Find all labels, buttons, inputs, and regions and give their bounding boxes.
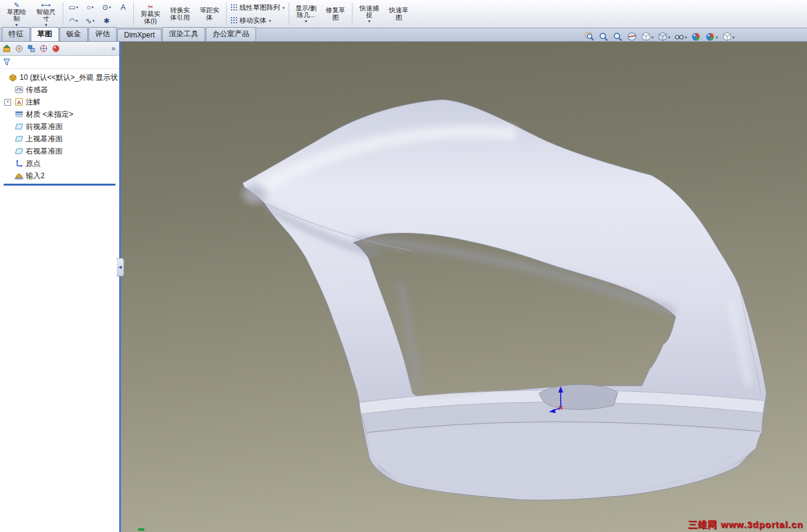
tab-features[interactable]: 特征 bbox=[2, 27, 30, 41]
rapid-sketch-label: 快速草 图 bbox=[389, 7, 409, 21]
linear-pattern-button[interactable]: 线性草图阵列 ▾ bbox=[228, 2, 287, 14]
tab-sketch[interactable]: 草图 bbox=[31, 27, 59, 41]
text-tool-button[interactable]: A bbox=[115, 1, 131, 14]
tree-item-right-plane[interactable]: 右视基准面 bbox=[0, 145, 119, 157]
featuremanager-panel: » 10 (默认<<默认>_外观 显示状 传感器 + A 注解 材质 <未指定>… bbox=[0, 42, 121, 532]
sketch-button[interactable]: ✎ 草图绘 制 ▼ bbox=[2, 1, 31, 27]
rollback-bar[interactable] bbox=[4, 184, 115, 186]
toolbar-separator bbox=[63, 2, 63, 25]
panel-overflow-chevron[interactable]: » bbox=[111, 44, 117, 53]
tree-item-front-plane[interactable]: 前视基准面 bbox=[0, 120, 119, 133]
annotations-icon: A bbox=[15, 98, 23, 106]
empty-cell bbox=[115, 14, 131, 28]
graphics-viewport[interactable]: 三维网 www.3dportal.cn bbox=[121, 42, 807, 532]
toolbar-separator bbox=[133, 2, 134, 25]
dimension-icon: ⟷ bbox=[41, 1, 51, 9]
chevron-down-icon: ▾ bbox=[685, 36, 687, 39]
view-orientation-icon bbox=[641, 32, 651, 42]
toolbar-separator bbox=[289, 2, 289, 25]
view-settings-button[interactable]: ▾ bbox=[722, 32, 735, 42]
zoom-area-icon bbox=[599, 32, 609, 42]
configurationmanager-tab-icon[interactable] bbox=[27, 44, 36, 53]
displaymanager-tab-icon[interactable] bbox=[52, 44, 60, 53]
tree-root-part[interactable]: 10 (默认<<默认>_外观 显示状 bbox=[0, 71, 119, 84]
hide-show-items-button[interactable]: ▾ bbox=[674, 32, 687, 42]
filter-funnel-icon[interactable] bbox=[2, 58, 11, 66]
manager-tab-strip: » bbox=[0, 42, 119, 56]
move-entities-icon bbox=[231, 17, 232, 18]
previous-view-button[interactable] bbox=[613, 32, 623, 42]
hide-show-items-icon bbox=[674, 32, 684, 42]
rectangle-tool-icon: ▭ bbox=[69, 3, 76, 12]
sensors-icon bbox=[15, 85, 23, 94]
centerpoint-circle-tool-button[interactable]: ⊙▾ bbox=[98, 1, 115, 14]
sketch-button-label: 草图绘 制 bbox=[7, 9, 26, 23]
quick-snaps-button[interactable]: 快速捕 捉 ▼ bbox=[354, 1, 384, 27]
trim-entities-button[interactable]: ✂ 剪裁实 体(I) bbox=[136, 1, 165, 27]
convert-entities-button[interactable]: 转换实 体引用 bbox=[165, 1, 195, 27]
apply-scene-button[interactable]: ▾ bbox=[705, 32, 717, 42]
linear-pattern-label: 线性草图阵列 bbox=[240, 3, 280, 12]
section-view-button[interactable] bbox=[627, 32, 637, 42]
display-delete-relations-label: 显示/删 除几... bbox=[295, 5, 316, 19]
tree-item-label: 原点 bbox=[26, 158, 41, 169]
tab-render-tools[interactable]: 渲染工具 bbox=[162, 27, 205, 41]
tree-item-imported2[interactable]: 输入2 bbox=[0, 170, 119, 182]
tree-item-top-plane[interactable]: 上视基准面 bbox=[0, 133, 119, 145]
view-settings-icon bbox=[722, 32, 732, 42]
tree-item-sensors[interactable]: 传感器 bbox=[0, 84, 119, 96]
rapid-sketch-button[interactable]: 快速草 图 bbox=[384, 1, 413, 27]
offset-entities-label: 等距实 体 bbox=[200, 7, 219, 21]
chevron-down-icon: ▼ bbox=[15, 23, 18, 27]
tab-dimxpert[interactable]: DimXpert bbox=[117, 29, 162, 41]
propertymanager-tab-icon[interactable] bbox=[15, 44, 23, 53]
arc-tool-button[interactable]: ◠▾ bbox=[65, 14, 82, 28]
point-tool-button[interactable]: ✱ bbox=[98, 14, 115, 28]
sketch-toolbar: ✎ 草图绘 制 ▼ ⟷ 智能尺 寸 ▼ ▭▾ ○▾ ⊙▾ A ◠▾ ∿▾ ✱ ✂… bbox=[0, 0, 807, 28]
watermark-text: 三维网 www.3dportal.cn bbox=[688, 519, 803, 531]
tree-item-annotations[interactable]: + A 注解 bbox=[0, 96, 119, 108]
expand-plus-icon[interactable]: + bbox=[4, 99, 11, 106]
circle-tool-icon: ○ bbox=[87, 3, 91, 12]
tab-sheet-metal[interactable]: 钣金 bbox=[60, 27, 88, 41]
repair-sketch-label: 修复草 图 bbox=[326, 7, 346, 21]
view-orientation-button[interactable]: ▾ bbox=[641, 32, 653, 42]
offset-entities-button[interactable]: 等距实 体 bbox=[195, 1, 224, 27]
zoom-area-button[interactable] bbox=[599, 32, 609, 42]
plane-icon bbox=[15, 135, 23, 143]
chevron-down-icon: ▼ bbox=[44, 23, 48, 27]
material-icon bbox=[15, 110, 23, 119]
tab-evaluate[interactable]: 评估 bbox=[88, 27, 117, 41]
featuremanager-tab-icon[interactable] bbox=[2, 44, 11, 53]
tree-item-label: 输入2 bbox=[26, 171, 45, 181]
model-3d-view[interactable] bbox=[123, 42, 807, 532]
quick-snaps-label: 快速捕 捉 bbox=[360, 5, 380, 19]
imported-body-icon bbox=[15, 171, 23, 180]
circle-tool-button[interactable]: ○▾ bbox=[82, 1, 98, 14]
zoom-fit-button[interactable] bbox=[585, 32, 595, 42]
edit-appearance-button[interactable] bbox=[691, 32, 701, 42]
text-tool-icon: A bbox=[120, 3, 125, 12]
horn-tip-shade bbox=[243, 184, 267, 204]
tree-item-origin[interactable]: 原点 bbox=[0, 157, 119, 170]
repair-sketch-button[interactable]: 修复草 图 bbox=[321, 1, 350, 27]
tree-item-label: 前视基准面 bbox=[26, 122, 63, 132]
spline-tool-button[interactable]: ∿▾ bbox=[82, 14, 98, 28]
dimxpertmanager-tab-icon[interactable] bbox=[39, 44, 48, 53]
tree-item-material[interactable]: 材质 <未指定> bbox=[0, 108, 119, 120]
smart-dimension-button[interactable]: ⟷ 智能尺 寸 ▼ bbox=[31, 1, 61, 27]
chevron-down-icon: ▼ bbox=[367, 20, 371, 23]
rectangle-tool-button[interactable]: ▭▾ bbox=[65, 1, 82, 14]
chevron-down-icon: ▾ bbox=[668, 36, 670, 39]
tab-office-products[interactable]: 办公室产品 bbox=[206, 27, 256, 41]
toolbar-separator bbox=[352, 2, 353, 25]
apply-scene-icon bbox=[705, 32, 715, 42]
panel-collapse-handle[interactable]: ◀ bbox=[117, 258, 124, 276]
chevron-down-icon: ▾ bbox=[733, 36, 735, 39]
move-entities-button[interactable]: 移动实体 ▾ bbox=[228, 15, 287, 26]
point-tool-icon: ✱ bbox=[103, 17, 109, 25]
chevron-down-icon: ▾ bbox=[283, 6, 284, 10]
display-delete-relations-button[interactable]: 显示/删 除几... ▼ bbox=[291, 1, 321, 27]
display-style-button[interactable]: ▾ bbox=[658, 32, 670, 42]
tree-item-label: 右视基准面 bbox=[26, 146, 63, 157]
